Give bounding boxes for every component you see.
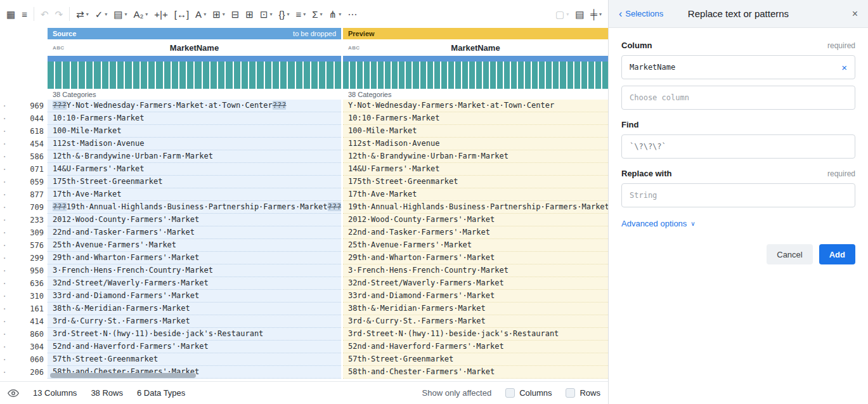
- histogram-bar[interactable]: [511, 62, 517, 89]
- rename-icon[interactable]: A₂▾: [134, 10, 148, 19]
- preview-cell[interactable]: 52nd·and·Haverford·Farmers'·Market: [343, 341, 608, 353]
- histogram-bar[interactable]: [343, 62, 349, 89]
- histogram-bar[interactable]: [94, 62, 100, 89]
- histogram-bar[interactable]: [179, 62, 186, 89]
- histogram-bar[interactable]: [371, 62, 377, 89]
- histogram-bar[interactable]: [141, 62, 147, 89]
- source-cell[interactable]: 2012·Wood·County·Farmers'·Market: [48, 214, 341, 226]
- histogram-bar[interactable]: [364, 62, 370, 89]
- histogram-bar[interactable]: [441, 62, 447, 89]
- table-structure-icon[interactable]: ⊞▾: [212, 10, 225, 19]
- source-cell[interactable]: ???19th·Annual·Highlands·Business·Partne…: [48, 201, 341, 214]
- more-icon[interactable]: ⋯: [347, 10, 357, 19]
- clear-column-icon[interactable]: ×: [841, 62, 847, 73]
- histogram-bar[interactable]: [448, 62, 454, 89]
- histogram-bar[interactable]: [125, 62, 131, 89]
- histogram-bar[interactable]: [574, 62, 580, 89]
- close-icon[interactable]: ×: [852, 8, 858, 20]
- histogram-bar[interactable]: [102, 62, 108, 89]
- text-format-icon[interactable]: A▾: [195, 10, 206, 19]
- preview-cell[interactable]: 58th·and·Chester·Farmers'·Market: [343, 366, 608, 379]
- preview-cell[interactable]: 3rd·&·Curry·St.·Farmers·Market: [343, 315, 608, 328]
- settings-sliders-icon[interactable]: ╪▾: [590, 10, 602, 19]
- histogram-bar[interactable]: [48, 62, 54, 89]
- histogram-bar[interactable]: [226, 62, 232, 89]
- histogram-bar[interactable]: [455, 62, 461, 89]
- source-cell[interactable]: 175th·Street·Greenmarket: [48, 176, 341, 188]
- histogram-bar[interactable]: [296, 62, 302, 89]
- histogram-bar[interactable]: [378, 62, 384, 89]
- braces-icon[interactable]: {}▾: [278, 10, 289, 19]
- preview-cell[interactable]: 12th·&·Brandywine·Urban·Farm·Market: [343, 150, 608, 163]
- histogram-bar[interactable]: [546, 62, 552, 89]
- preview-cell[interactable]: 29th·and·Wharton·Farmers'·Market: [343, 252, 608, 264]
- histogram-bar[interactable]: [257, 62, 263, 89]
- histogram-bar[interactable]: [242, 62, 248, 89]
- histogram-bar[interactable]: [469, 62, 475, 89]
- histogram-bar[interactable]: [532, 62, 538, 89]
- histogram-bar[interactable]: [581, 62, 587, 89]
- histogram-bar[interactable]: [427, 62, 433, 89]
- histogram-bar[interactable]: [86, 62, 93, 89]
- histogram-bar[interactable]: [133, 62, 139, 89]
- advanced-options-link[interactable]: Advanced options ∨: [621, 219, 696, 228]
- source-cell[interactable]: 3·French·Hens·French·Country·Market: [48, 264, 341, 277]
- sigma-icon[interactable]: Σ▾: [312, 10, 322, 19]
- back-to-selections-link[interactable]: ‹ Selections: [619, 9, 663, 19]
- histogram-bar[interactable]: [195, 62, 201, 89]
- source-column-header[interactable]: ABC MarketName: [48, 39, 341, 56]
- histogram-bar[interactable]: [280, 62, 287, 89]
- preview-cell[interactable]: 25th·Avenue·Farmers'·Market: [343, 239, 608, 252]
- histogram-bar[interactable]: [117, 62, 124, 89]
- histogram-bar[interactable]: [553, 62, 559, 89]
- histogram-bar[interactable]: [588, 62, 594, 89]
- preview-cell[interactable]: 3·French·Hens·French·Country·Market: [343, 264, 608, 277]
- preview-cell[interactable]: 2012·Wood·County·Farmers'·Market: [343, 214, 608, 226]
- histogram-bar[interactable]: [595, 62, 601, 89]
- histogram-bar[interactable]: [203, 62, 209, 89]
- preview-cell[interactable]: 175th·Street·Greenmarket: [343, 176, 608, 188]
- resize-column-icon[interactable]: [↔]: [174, 10, 189, 19]
- preview-cell[interactable]: 14&U·Farmers'·Market: [343, 163, 608, 176]
- histogram-bar[interactable]: [476, 62, 482, 89]
- column-input[interactable]: [630, 63, 836, 72]
- histogram-bar[interactable]: [518, 62, 524, 89]
- preview-cell[interactable]: 38th·&·Meridian·Farmers·Market: [343, 303, 608, 315]
- histogram-bar[interactable]: [234, 62, 240, 89]
- find-input[interactable]: [630, 142, 847, 151]
- insert-column-icon[interactable]: +|+: [154, 10, 167, 19]
- source-cell[interactable]: 100-Mile·Market: [48, 125, 341, 138]
- histogram-bar[interactable]: [560, 62, 566, 89]
- histogram-bar[interactable]: [350, 62, 356, 89]
- source-cell[interactable]: 57th·Street·Greenmarket: [48, 353, 341, 366]
- histogram-bar[interactable]: [273, 62, 279, 89]
- histogram-bar[interactable]: [567, 62, 573, 89]
- histogram-bar[interactable]: [483, 62, 489, 89]
- histogram-bar[interactable]: [335, 62, 341, 89]
- source-cell[interactable]: 17th·Ave·Market: [48, 188, 341, 201]
- source-cell[interactable]: 3rd·&·Curry·St.·Farmers·Market: [48, 315, 341, 328]
- source-cell[interactable]: 32nd·Street/Waverly·Farmers·Market: [48, 277, 341, 290]
- histogram-bar[interactable]: [413, 62, 418, 89]
- preview-cell[interactable]: 17th·Ave·Market: [343, 188, 608, 201]
- histogram-bar[interactable]: [319, 62, 325, 89]
- histogram-bar[interactable]: [63, 62, 69, 89]
- histogram-bar[interactable]: [525, 62, 531, 89]
- preview-cell[interactable]: 100-Mile·Market: [343, 125, 608, 138]
- union-icon[interactable]: ⊞: [245, 10, 254, 19]
- source-cell[interactable]: 52nd·and·Haverford·Farmers'·Market: [48, 341, 341, 353]
- source-cell[interactable]: 112st·Madison·Avenue: [48, 138, 341, 150]
- preview-cell[interactable]: 32nd·Street/Waverly·Farmers·Market: [343, 277, 608, 290]
- horizontal-scrollbar[interactable]: [50, 373, 196, 378]
- add-button[interactable]: Add: [819, 244, 855, 264]
- checklist-icon[interactable]: ✓▾: [95, 10, 108, 19]
- list-view-icon[interactable]: ≡: [22, 10, 27, 19]
- histogram-bar[interactable]: [392, 62, 398, 89]
- source-cell[interactable]: 25th·Avenue·Farmers'·Market: [48, 239, 341, 252]
- rows-checkbox[interactable]: [566, 388, 575, 398]
- histogram-bar[interactable]: [327, 62, 333, 89]
- source-cell[interactable]: 38th·&·Meridian·Farmers·Market: [48, 303, 341, 315]
- choose-column-input[interactable]: [630, 93, 847, 102]
- histogram-bar[interactable]: [539, 62, 545, 89]
- histogram-bar[interactable]: [504, 62, 510, 89]
